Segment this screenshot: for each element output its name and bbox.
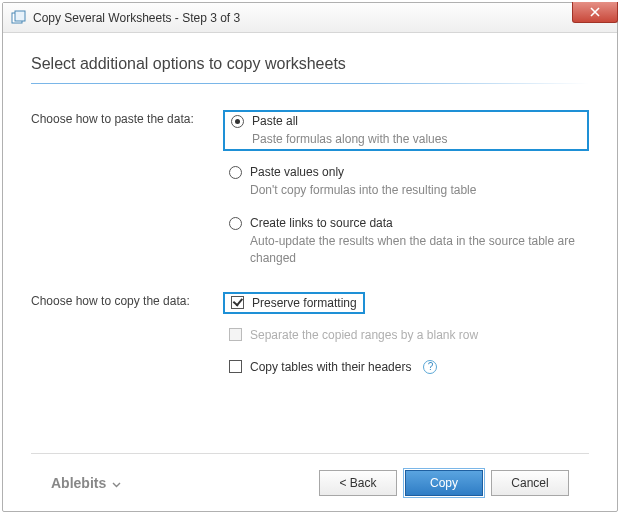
copy-button[interactable]: Copy: [405, 470, 483, 496]
checkbox-icon: [229, 328, 242, 341]
page-title: Select additional options to copy worksh…: [31, 55, 589, 73]
chevron-down-icon: [112, 475, 121, 491]
radio-icon: [229, 217, 242, 230]
svg-rect-1: [15, 11, 25, 21]
titlebar: Copy Several Worksheets - Step 3 of 3: [3, 3, 617, 33]
check-preserve-formatting[interactable]: Preserve formatting: [223, 292, 365, 314]
radio-icon: [231, 115, 244, 128]
checkbox-label: Preserve formatting: [252, 296, 357, 310]
checkbox-label: Copy tables with their headers: [250, 360, 411, 374]
copy-prompt: Choose how to copy the data:: [31, 292, 223, 308]
checkbox-label: Separate the copied ranges by a blank ro…: [250, 328, 478, 342]
dialog-window: Copy Several Worksheets - Step 3 of 3 Se…: [2, 2, 618, 512]
checkbox-icon: [231, 296, 244, 309]
back-button[interactable]: < Back: [319, 470, 397, 496]
radio-paste-all[interactable]: Paste all Paste formulas along with the …: [223, 110, 589, 151]
radio-label: Paste all: [252, 114, 298, 128]
help-icon[interactable]: ?: [423, 360, 437, 374]
app-icon: [11, 10, 27, 26]
radio-create-links[interactable]: Create links to source data Auto-update …: [223, 212, 589, 269]
cancel-button[interactable]: Cancel: [491, 470, 569, 496]
paste-prompt: Choose how to paste the data:: [31, 110, 223, 126]
radio-desc: Don't copy formulas into the resulting t…: [250, 182, 583, 198]
radio-label: Paste values only: [250, 165, 344, 179]
radio-desc: Auto-update the results when the data in…: [250, 233, 583, 265]
radio-paste-values[interactable]: Paste values only Don't copy formulas in…: [223, 161, 589, 202]
dialog-body: Select additional options to copy worksh…: [3, 33, 617, 511]
radio-icon: [229, 166, 242, 179]
radio-label: Create links to source data: [250, 216, 393, 230]
window-title: Copy Several Worksheets - Step 3 of 3: [33, 11, 240, 25]
divider: [31, 83, 589, 84]
brand-label: Ablebits: [51, 475, 106, 491]
checkbox-icon: [229, 360, 242, 373]
close-button[interactable]: [572, 2, 618, 23]
brand-menu[interactable]: Ablebits: [51, 475, 121, 491]
check-separate-blank-row: Separate the copied ranges by a blank ro…: [223, 324, 589, 346]
check-copy-headers[interactable]: Copy tables with their headers ?: [223, 356, 589, 378]
dialog-footer: Ablebits < Back Copy Cancel: [31, 453, 589, 511]
radio-desc: Paste formulas along with the values: [252, 131, 581, 147]
